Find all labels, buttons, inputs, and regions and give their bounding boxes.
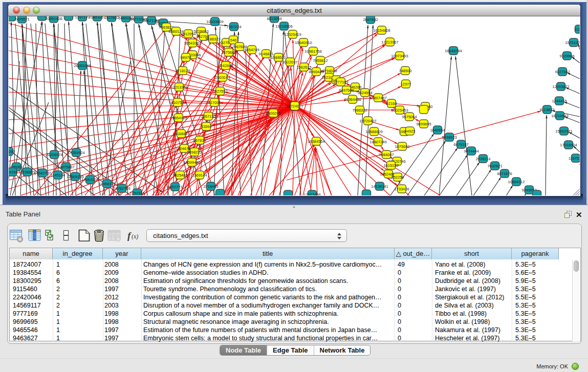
svg-text:3267130: 3267130	[201, 114, 215, 119]
svg-text:26053346: 26053346	[74, 63, 91, 68]
svg-text:2300295: 2300295	[266, 111, 280, 116]
svg-text:9575064: 9575064	[402, 115, 417, 119]
svg-text:2935114: 2935114	[476, 157, 491, 161]
svg-text:13975867: 13975867	[57, 165, 74, 169]
svg-text:10025453: 10025453	[391, 108, 408, 113]
svg-text:9227342: 9227342	[555, 70, 570, 74]
svg-text:39154: 39154	[9, 170, 17, 174]
svg-text:1244415: 1244415	[552, 99, 567, 103]
svg-text:19384554: 19384554	[308, 139, 324, 144]
svg-text:10654112: 10654112	[508, 180, 525, 184]
svg-text:17016504: 17016504	[560, 143, 577, 147]
svg-text:8854749: 8854749	[244, 48, 259, 52]
svg-text:9777169: 9777169	[333, 80, 348, 84]
svg-text:1615152: 1615152	[383, 163, 398, 168]
svg-text:17359924: 17359924	[68, 150, 84, 155]
svg-text:252254: 252254	[391, 175, 404, 180]
svg-text:7357224: 7357224	[226, 25, 241, 29]
svg-text:14099489: 14099489	[183, 160, 200, 165]
svg-text:16543382: 16543382	[184, 41, 201, 46]
svg-text:1292346: 1292346	[129, 191, 144, 195]
svg-text:10688609: 10688609	[365, 129, 382, 134]
svg-text:867833: 867833	[193, 138, 206, 143]
svg-text:16107552: 16107552	[169, 100, 186, 105]
svg-text:5938923: 5938923	[442, 135, 456, 140]
svg-text:15751074: 15751074	[565, 40, 580, 45]
svg-text:6497568: 6497568	[339, 88, 354, 93]
svg-text:19166825: 19166825	[172, 132, 189, 136]
svg-text:16210643: 16210643	[551, 114, 568, 118]
svg-text:7955812: 7955812	[313, 58, 328, 63]
svg-text:53594: 53594	[201, 124, 212, 129]
svg-text:7986322: 7986322	[352, 108, 367, 113]
svg-text:1588520: 1588520	[271, 55, 286, 60]
svg-text:10807487: 10807487	[369, 96, 386, 100]
svg-text:12325419: 12325419	[284, 32, 301, 37]
svg-text:1640954: 1640954	[430, 128, 445, 133]
svg-text:8186323: 8186323	[205, 37, 220, 41]
svg-text:18807249: 18807249	[369, 140, 386, 144]
svg-text:12213967: 12213967	[381, 40, 398, 45]
svg-text:2687682: 2687682	[363, 17, 378, 22]
svg-text:262057: 262057	[9, 149, 15, 154]
svg-text:10961758: 10961758	[304, 49, 321, 54]
svg-text:1527602: 1527602	[104, 16, 119, 20]
svg-text:1075692: 1075692	[395, 144, 409, 149]
svg-text:18724007: 18724007	[286, 104, 303, 108]
svg-text:7632621: 7632621	[487, 164, 502, 168]
svg-text:12977: 12977	[401, 82, 411, 86]
svg-text:2718126: 2718126	[175, 69, 190, 73]
svg-text:21364436: 21364436	[344, 97, 361, 102]
svg-text:19654985: 19654985	[170, 116, 187, 120]
svg-text:19218506: 19218506	[275, 24, 292, 29]
svg-text:1562615: 1562615	[296, 65, 311, 70]
svg-text:2405571: 2405571	[14, 17, 29, 21]
svg-text:8427552: 8427552	[212, 89, 227, 94]
svg-text:7625402: 7625402	[172, 173, 187, 178]
svg-text:9084067: 9084067	[379, 152, 394, 157]
svg-text:2803144: 2803144	[215, 75, 230, 80]
svg-text:8471676: 8471676	[497, 171, 512, 176]
svg-text:9794028: 9794028	[322, 69, 337, 73]
svg-text:14136141: 14136141	[371, 184, 388, 189]
svg-text:62160: 62160	[386, 101, 397, 106]
svg-text:11123: 11123	[574, 27, 580, 32]
svg-text:6479197: 6479197	[453, 142, 468, 147]
svg-text:10958117: 10958117	[99, 182, 116, 186]
svg-text:1167537: 1167537	[569, 156, 580, 161]
svg-text:8322037: 8322037	[282, 60, 297, 64]
svg-text:1797170: 1797170	[75, 16, 90, 19]
svg-text:17957225: 17957225	[81, 178, 98, 182]
svg-text:9329966: 9329966	[559, 54, 574, 58]
svg-text:16648784: 16648784	[445, 49, 462, 53]
svg-text:12923466: 12923466	[303, 192, 320, 195]
svg-text:44923: 44923	[405, 129, 416, 134]
svg-text:20206578: 20206578	[46, 152, 62, 157]
svg-text:748500: 748500	[399, 69, 411, 73]
svg-text:3716465: 3716465	[203, 184, 218, 189]
svg-text:9242848: 9242848	[218, 63, 233, 68]
svg-text:10973493: 10973493	[391, 54, 408, 58]
svg-text:20691406: 20691406	[45, 16, 62, 21]
svg-text:15640910: 15640910	[295, 40, 312, 45]
svg-text:9474444: 9474444	[464, 149, 478, 154]
svg-text:15720407: 15720407	[359, 119, 376, 123]
svg-text:1369144: 1369144	[192, 173, 207, 178]
svg-text:8113833: 8113833	[540, 107, 555, 112]
svg-text:(x): (x)	[132, 233, 138, 240]
svg-text:417006: 417006	[208, 100, 221, 105]
svg-text:9899695: 9899695	[416, 122, 431, 126]
svg-text:10853267: 10853267	[89, 16, 105, 19]
svg-text:15692971: 15692971	[555, 129, 572, 134]
svg-text:98976: 98976	[181, 55, 191, 60]
svg-text:12213369: 12213369	[170, 85, 187, 90]
svg-text:17942737: 17942737	[34, 171, 51, 176]
svg-text:8813054: 8813054	[267, 16, 281, 21]
svg-text:12093872: 12093872	[552, 84, 569, 89]
svg-text:1733426: 1733426	[394, 187, 409, 191]
svg-text:3675685: 3675685	[221, 50, 236, 55]
svg-text:8990443: 8990443	[309, 70, 323, 74]
svg-text:1145194: 1145194	[51, 173, 66, 178]
svg-text:16154808: 16154808	[373, 28, 390, 33]
svg-text:3624554: 3624554	[357, 91, 372, 95]
